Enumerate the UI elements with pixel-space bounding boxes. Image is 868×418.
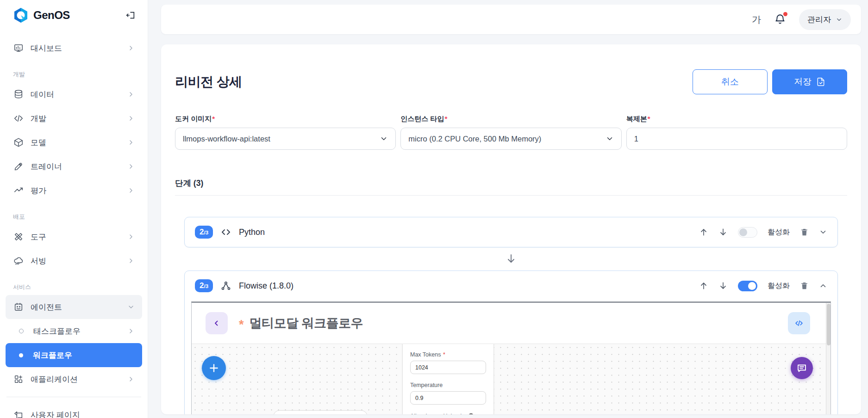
sidebar-group-service: 서비스 <box>6 273 142 295</box>
canvas-node-partial[interactable]: ƒ <box>273 410 368 414</box>
sidebar-item-workflow[interactable]: 워크플로우 <box>6 343 142 367</box>
profile-label: 관리자 <box>807 14 831 25</box>
locale-button[interactable]: 가 <box>752 13 761 26</box>
chevron-right-icon <box>127 91 135 98</box>
chevron-down-icon <box>380 135 388 143</box>
move-down-icon[interactable] <box>718 227 728 237</box>
sidebar-item-dashboard[interactable]: 대시보드 <box>6 36 142 60</box>
required-asterisk: * <box>443 351 445 358</box>
sidebar-item-data[interactable]: 데이터 <box>6 82 142 106</box>
badge-main: 2 <box>200 282 204 289</box>
replicas-input[interactable] <box>626 128 847 150</box>
max-tokens-input[interactable] <box>410 361 486 374</box>
bullet-dot-icon <box>19 353 23 357</box>
max-tokens-label: Max Tokens * <box>410 351 486 358</box>
label-text: 인스턴스 타입 <box>400 115 444 123</box>
frame-scrollbar[interactable] <box>826 303 831 414</box>
instance-type-label: 인스턴스 타입* <box>400 115 621 123</box>
page-title: 리비전 상세 <box>175 73 242 91</box>
info-icon[interactable]: i <box>468 413 474 415</box>
flowise-canvas[interactable]: ƒ Max Tokens * Temperature Allow Image U… <box>192 344 831 414</box>
step-order-badge: 2/3 <box>195 226 213 239</box>
chevron-down-icon <box>836 16 843 23</box>
save-button[interactable]: 저장 <box>772 69 847 94</box>
required-asterisk: * <box>648 115 650 123</box>
sidebar-item-model[interactable]: 모델 <box>6 130 142 154</box>
move-up-icon[interactable] <box>699 227 708 237</box>
move-down-icon[interactable] <box>718 281 728 290</box>
content-card: 리비전 상세 취소 저장 도커 이미지* llmops-workflow-api… <box>161 44 861 414</box>
chevron-down-icon <box>606 135 614 143</box>
graph-nodes-icon <box>220 280 231 291</box>
notification-bell-icon[interactable] <box>774 13 786 25</box>
badge-main: 2 <box>200 228 204 236</box>
code-view-button[interactable] <box>788 312 810 334</box>
revision-form: 도커 이미지* llmops-workflow-api:latest 인스턴스 … <box>175 115 847 150</box>
temperature-input[interactable] <box>410 391 486 405</box>
label-text: Max Tokens <box>410 351 441 358</box>
sidebar-item-evaluation[interactable]: 평가 <box>6 178 142 203</box>
sidebar-item-label: 태스크플로우 <box>33 326 81 337</box>
step-controls: 활성화 <box>699 281 827 291</box>
sidebar-item-label: 애플리케이션 <box>31 374 78 385</box>
docker-image-label: 도커 이미지* <box>175 115 396 123</box>
steps-heading: 단계 (3) <box>175 178 847 196</box>
save-label: 저장 <box>794 76 812 88</box>
step-name: Flowise (1.8.0) <box>239 281 293 291</box>
step-order-badge: 2/3 <box>195 279 213 292</box>
docker-image-select[interactable]: llmops-workflow-api:latest <box>175 128 396 150</box>
sidebar-item-tools[interactable]: 도구 <box>6 225 142 249</box>
sidebar-item-user-page[interactable]: 사용자 페이지 <box>6 403 142 418</box>
title-row: 리비전 상세 취소 저장 <box>175 44 847 94</box>
move-up-icon[interactable] <box>699 281 708 290</box>
chevron-down-icon <box>127 303 135 311</box>
sidebar-nav: 대시보드 개발 데이터 개발 모델 트레이너 평가 <box>6 36 142 418</box>
step-header: 2/3 Python 활성화 <box>185 217 837 247</box>
chevron-right-icon <box>127 44 135 52</box>
workflow-title: 멀티모달 워크플로우 <box>250 315 363 332</box>
enable-toggle[interactable] <box>738 281 757 291</box>
chat-button[interactable] <box>791 357 813 379</box>
sidebar-item-agent[interactable]: 에이전트 <box>6 295 142 319</box>
sidebar-item-trainer[interactable]: 트레이너 <box>6 154 142 178</box>
canvas-node-properties[interactable]: Max Tokens * Temperature Allow Image Upl… <box>402 344 494 414</box>
expand-chevron-down-icon[interactable] <box>819 228 827 236</box>
delete-trash-icon[interactable] <box>800 227 809 237</box>
allow-image-uploads-row: Allow Image Uploads i <box>410 413 486 414</box>
sidebar-item-develop[interactable]: 개발 <box>6 106 142 130</box>
chevron-right-icon <box>127 327 135 335</box>
instance-type-select[interactable]: micro (0.2 CPU Core, 500 Mb Memory) <box>400 128 621 150</box>
sidebar-item-label: 평가 <box>31 185 46 196</box>
sidebar-item-serving[interactable]: 서빙 <box>6 249 142 273</box>
replicas-label: 복제본* <box>626 115 847 123</box>
scrollbar-thumb[interactable] <box>827 304 831 345</box>
enable-toggle[interactable] <box>738 227 757 238</box>
step-connector-arrow-icon <box>175 247 847 270</box>
add-node-button[interactable] <box>202 356 226 380</box>
sidebar-collapse-icon[interactable] <box>125 10 136 20</box>
sidebar-item-label: 서빙 <box>31 256 46 266</box>
collapse-chevron-up-icon[interactable] <box>819 282 827 290</box>
chevron-right-icon <box>127 233 135 240</box>
delete-trash-icon[interactable] <box>800 281 809 290</box>
tools-icon <box>13 231 24 242</box>
cancel-button[interactable]: 취소 <box>693 69 768 94</box>
sidebar-item-label: 워크플로우 <box>33 350 72 361</box>
step-header: 2/3 Flowise (1.8.0) 활성화 <box>185 271 837 301</box>
sidebar-item-taskflow[interactable]: 태스크플로우 <box>6 319 142 343</box>
topbar: 가 관리자 <box>161 5 861 34</box>
sidebar-item-label: 모델 <box>31 137 46 148</box>
grid-plus-icon <box>13 374 24 385</box>
docker-image-field: 도커 이미지* llmops-workflow-api:latest <box>175 115 396 150</box>
instance-type-value: micro (0.2 CPU Core, 500 Mb Memory) <box>408 135 541 143</box>
back-button[interactable] <box>206 312 228 334</box>
pencil-icon <box>13 161 24 172</box>
profile-menu[interactable]: 관리자 <box>799 9 851 30</box>
required-asterisk: * <box>212 115 215 123</box>
genos-logo-icon <box>13 7 29 23</box>
step-card-flowise: 2/3 Flowise (1.8.0) 활성화 * 멀티모달 워크플로우 <box>184 270 838 414</box>
flowise-embed-frame: * 멀티모달 워크플로우 ƒ Max Tokens * <box>191 301 831 414</box>
brand-name: GenOS <box>33 9 70 22</box>
sidebar-item-application[interactable]: 애플리케이션 <box>6 367 142 391</box>
temperature-label: Temperature <box>410 382 486 388</box>
